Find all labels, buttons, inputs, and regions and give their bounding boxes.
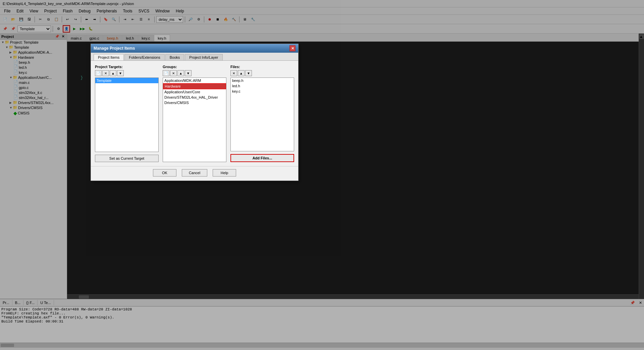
modal-tab-project-info[interactable]: Project Info/Layer	[185, 54, 222, 60]
groups-delete-btn[interactable]: ✕	[170, 70, 177, 76]
file-led-h[interactable]: led.h	[231, 83, 294, 89]
files-col: Files: ✕ ▲ ▼ beep.h led.h key.c Add File…	[230, 65, 294, 162]
files-header: Files:	[230, 65, 294, 69]
modal-tab-folders[interactable]: Folders/Extensions	[124, 54, 165, 60]
project-targets-header: Project Targets:	[95, 65, 159, 69]
files-delete-btn[interactable]: ✕	[230, 70, 237, 76]
groups-up-btn[interactable]: ▲	[177, 70, 184, 76]
manage-project-dialog: Manage Project Items ✕ Project Items Fol…	[91, 44, 299, 181]
files-list[interactable]: beep.h led.h key.c	[230, 78, 294, 151]
help-btn[interactable]: Help	[213, 169, 236, 177]
modal-body: Project Targets: 📄 ✕ ▲ ▼ Template Set as…	[91, 61, 298, 166]
groups-header: Groups:	[163, 65, 226, 69]
modal-tab-books[interactable]: Books	[165, 54, 184, 60]
file-key-c[interactable]: key.c	[231, 89, 294, 94]
cancel-btn[interactable]: Cancel	[182, 169, 207, 177]
project-targets-col: Project Targets: 📄 ✕ ▲ ▼ Template Set as…	[95, 65, 159, 162]
modal-tab-bar: Project Items Folders/Extensions Books P…	[91, 53, 298, 61]
group-app-mdk[interactable]: Application/MDK-ARM	[163, 78, 226, 83]
modal-close-btn[interactable]: ✕	[289, 45, 296, 51]
add-files-btn[interactable]: Add Files...	[230, 154, 294, 162]
group-drivers-cmsis[interactable]: Drivers/CMSIS	[163, 100, 226, 105]
targets-up-btn[interactable]: ▲	[110, 70, 116, 76]
groups-down-btn[interactable]: ▼	[185, 70, 192, 76]
file-beep-h[interactable]: beep.h	[231, 78, 294, 83]
ok-btn[interactable]: OK	[153, 169, 176, 177]
groups-add-btn[interactable]: 📄	[163, 70, 169, 76]
modal-title: Manage Project Items	[94, 46, 135, 51]
group-drivers-hal[interactable]: Drivers/STM32L4xx_HAL_Driver	[163, 95, 226, 100]
set-current-target-btn[interactable]: Set as Current Target	[95, 155, 159, 162]
groups-list[interactable]: Application/MDK-ARM Hardware Application…	[163, 78, 226, 162]
files-down-btn[interactable]: ▼	[245, 70, 252, 76]
targets-add-btn[interactable]: 📄	[95, 70, 102, 76]
modal-footer: OK Cancel Help	[91, 166, 298, 181]
project-targets-controls: 📄 ✕ ▲ ▼	[95, 70, 159, 76]
target-template-item[interactable]: Template	[95, 78, 158, 83]
files-up-btn[interactable]: ▲	[238, 70, 245, 76]
project-targets-list[interactable]: Template	[95, 78, 159, 152]
group-app-user[interactable]: Application/User/Core	[163, 89, 226, 95]
targets-down-btn[interactable]: ▼	[117, 70, 124, 76]
targets-delete-btn[interactable]: ✕	[102, 70, 109, 76]
modal-titlebar: Manage Project Items ✕	[91, 44, 298, 53]
modal-overlay: Manage Project Items ✕ Project Items Fol…	[0, 0, 644, 350]
files-controls: ✕ ▲ ▼	[230, 70, 294, 76]
groups-controls: 📄 ✕ ▲ ▼	[163, 70, 226, 76]
groups-col: Groups: 📄 ✕ ▲ ▼ Application/MDK-ARM Hard…	[163, 65, 226, 162]
group-hardware[interactable]: Hardware	[163, 83, 226, 89]
modal-columns: Project Targets: 📄 ✕ ▲ ▼ Template Set as…	[95, 65, 294, 162]
modal-tab-project-items[interactable]: Project Items	[94, 54, 124, 60]
